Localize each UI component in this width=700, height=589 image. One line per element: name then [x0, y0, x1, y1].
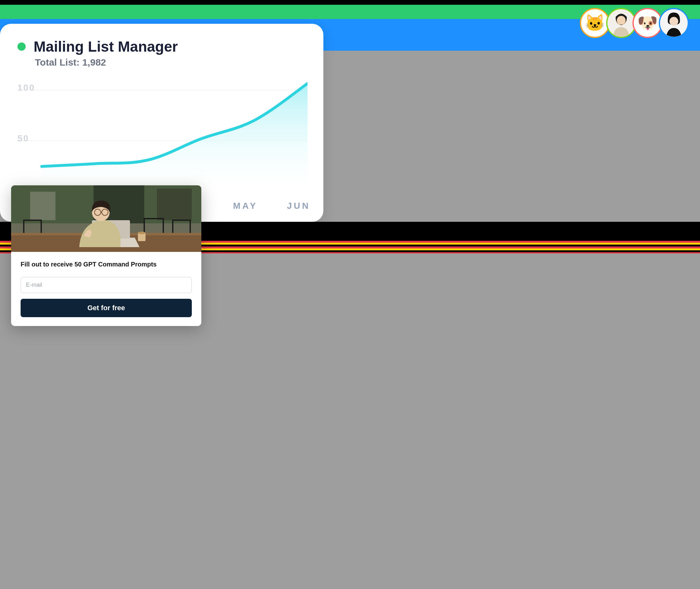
- area-chart: [17, 79, 307, 196]
- cat-icon: 🐱: [585, 13, 605, 33]
- avatar-man[interactable]: [659, 8, 689, 38]
- card-subtitle: Total List: 1,982: [35, 57, 307, 68]
- avatar-woman[interactable]: [606, 8, 636, 38]
- svg-rect-8: [30, 192, 55, 220]
- person-icon: [660, 9, 688, 37]
- svg-point-2: [617, 16, 626, 25]
- lead-magnet-popup: Fill out to receive 50 GPT Command Promp…: [11, 185, 201, 326]
- person-icon: [607, 9, 635, 37]
- avatar-cat[interactable]: 🐱: [580, 8, 610, 38]
- bg-black-top: [0, 0, 700, 5]
- chart-area: 100 50 MAY JUN: [17, 79, 307, 196]
- popup-hero-image: [11, 185, 201, 252]
- svg-point-4: [670, 17, 678, 26]
- card-title: Mailing List Manager: [34, 38, 178, 55]
- svg-rect-9: [157, 189, 192, 220]
- card-header: Mailing List Manager: [17, 38, 307, 55]
- x-tick-may: MAY: [233, 201, 258, 211]
- email-field[interactable]: [21, 277, 192, 293]
- status-dot-icon: [17, 42, 26, 51]
- get-for-free-button[interactable]: Get for free: [21, 299, 192, 317]
- svg-point-15: [138, 232, 146, 234]
- popup-body: Fill out to receive 50 GPT Command Promp…: [11, 252, 201, 326]
- x-tick-jun: JUN: [287, 201, 310, 211]
- avatar-dog[interactable]: 🐶: [633, 8, 663, 38]
- collaborator-avatars: 🐱 🐶: [584, 8, 689, 38]
- popup-title: Fill out to receive 50 GPT Command Promp…: [21, 261, 192, 268]
- dog-icon: 🐶: [637, 13, 658, 33]
